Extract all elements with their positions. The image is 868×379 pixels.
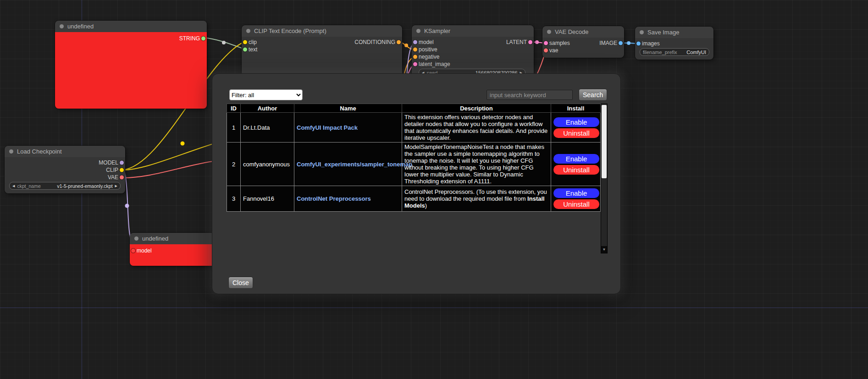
widget-name: filename_prefix (643, 49, 677, 55)
node-body-error: STRING (55, 32, 207, 109)
node-body-error: model (130, 244, 215, 266)
enable-button[interactable]: Enable (553, 117, 599, 127)
decrement-arrow-icon[interactable]: ◀ (12, 184, 15, 187)
node-title: CLIP Text Encode (Prompt) (254, 27, 326, 34)
model-slot-dot[interactable] (131, 249, 135, 253)
conditioning-slot-dot[interactable] (397, 40, 401, 44)
output-slot-model: MODEL (99, 159, 125, 166)
input-slot-positive: positive (412, 46, 437, 53)
close-button[interactable]: Close (228, 277, 253, 289)
cell-description: ControlNet Preprocessors. (To use this e… (402, 186, 551, 212)
widget-name: ckpt_name (17, 183, 40, 189)
input-slot-label: samples (549, 40, 570, 46)
input-slot-label: model (137, 247, 152, 254)
input-slot-label: images (642, 40, 660, 47)
node-title-bar[interactable]: KSampler (412, 25, 534, 37)
uninstall-button[interactable]: Uninstall (553, 199, 599, 209)
cell-description: This extension offers various detector n… (402, 113, 551, 143)
table-row: 2 comfyanonymous ComfyUI_experiments/sam… (227, 143, 601, 186)
ckpt-name-widget[interactable]: ◀ ckpt_name v1-5-pruned-emaonly.ckpt ▶ (9, 182, 121, 190)
link-midpoint-dot (535, 40, 539, 44)
node-title-bar[interactable]: Save Image (635, 27, 713, 38)
scroll-down-arrow-icon[interactable]: ▼ (601, 246, 607, 253)
link-midpoint-dot (222, 41, 226, 44)
widget-value: ComfyUI (686, 49, 706, 55)
node-load-checkpoint[interactable]: Load Checkpoint MODEL CLIP VAE ◀ ckpt_na… (5, 146, 125, 193)
filename-prefix-widget[interactable]: filename_prefix ComfyUI (640, 48, 709, 56)
node-collapse-dot-icon[interactable] (9, 149, 13, 154)
output-slot-label: LATENT (506, 39, 527, 45)
latent-slot-dot[interactable] (528, 40, 532, 44)
search-button[interactable]: Search (579, 89, 607, 101)
node-title: undefined (67, 23, 94, 30)
scrollbar-thumb[interactable] (602, 105, 607, 178)
model-slot-dot[interactable] (120, 161, 124, 165)
node-title-bar[interactable]: VAE Decode (542, 26, 624, 38)
search-input[interactable] (487, 90, 573, 100)
node-collapse-dot-icon[interactable] (416, 29, 420, 33)
cell-author: comfyanonymous (241, 143, 294, 186)
vae-slot-dot[interactable] (120, 176, 124, 180)
model-slot-dot[interactable] (413, 40, 417, 44)
node-collapse-dot-icon[interactable] (246, 29, 250, 33)
node-collapse-dot-icon[interactable] (60, 24, 64, 28)
enable-button[interactable]: Enable (553, 188, 599, 198)
header-description: Description (402, 104, 551, 113)
input-slot-model: model (130, 247, 152, 254)
table-scrollbar[interactable]: ▼ (601, 104, 608, 253)
header-id: ID (227, 104, 241, 113)
cell-author: Fannovel16 (241, 186, 294, 212)
node-collapse-dot-icon[interactable] (640, 30, 644, 34)
uninstall-button[interactable]: Uninstall (553, 165, 599, 175)
clip-slot-dot[interactable] (243, 40, 247, 44)
node-collapse-dot-icon[interactable] (134, 236, 138, 241)
conditioning-slot-dot[interactable] (413, 55, 417, 59)
cell-name: ComfyUI Impact Pack (294, 113, 402, 143)
node-title: KSampler (424, 27, 450, 34)
latent-slot-dot[interactable] (544, 41, 548, 45)
table-header-row: ID Author Name Description Install (227, 104, 601, 113)
node-title-bar[interactable]: undefined (55, 21, 207, 32)
extension-link[interactable]: ComfyUI_experiments/sampler_tonemap (297, 161, 412, 168)
output-slot-string: STRING (179, 35, 207, 42)
clip-slot-dot[interactable] (120, 168, 124, 172)
output-slot-label: IMAGE (599, 40, 617, 46)
enable-button[interactable]: Enable (553, 154, 599, 164)
node-title-bar[interactable]: undefined (130, 233, 215, 244)
output-slot-label: MODEL (99, 159, 118, 166)
increment-arrow-icon[interactable]: ▶ (115, 184, 117, 187)
vae-slot-dot[interactable] (544, 49, 548, 53)
cell-description: ModelSamplerTonemapNoiseTest a node that… (402, 143, 551, 186)
output-slot-latent: LATENT (506, 38, 534, 46)
uninstall-button[interactable]: Uninstall (553, 128, 599, 138)
node-vae-decode[interactable]: VAE Decode samples IMAGE vae (542, 26, 624, 58)
node-collapse-dot-icon[interactable] (547, 30, 551, 34)
image-slot-dot[interactable] (619, 41, 623, 45)
cell-install: Enable Uninstall (551, 186, 601, 212)
description-text: ) (425, 202, 427, 209)
node-title-bar[interactable]: CLIP Text Encode (Prompt) (242, 25, 402, 37)
node-undefined-top[interactable]: undefined STRING (55, 21, 207, 109)
output-slot-vae: VAE (108, 174, 125, 181)
filter-select[interactable]: Filter: all (229, 89, 303, 100)
input-slot-label: clip (249, 39, 257, 45)
extension-link[interactable]: ComfyUI Impact Pack (297, 124, 358, 131)
node-save-image[interactable]: Save Image images filename_prefix ComfyU… (635, 27, 713, 60)
widget-value: v1-5-pruned-emaonly.ckpt (57, 183, 112, 189)
input-slot-model: model (412, 38, 434, 46)
conditioning-slot-dot[interactable] (413, 48, 417, 52)
cell-name: ComfyUI_experiments/sampler_tonemap (294, 143, 402, 186)
input-slot-vae: vae (542, 47, 558, 54)
image-slot-dot[interactable] (636, 42, 641, 46)
cell-author: Dr.Lt.Data (241, 113, 294, 143)
latent-slot-dot[interactable] (413, 62, 417, 66)
input-slot-label: negative (419, 54, 439, 60)
input-slot-label: latent_image (419, 61, 450, 67)
string-slot-dot[interactable] (201, 37, 205, 41)
node-title-bar[interactable]: Load Checkpoint (5, 146, 125, 157)
extension-link[interactable]: ControlNet Preprocessors (297, 195, 371, 202)
string-slot-dot[interactable] (243, 48, 247, 52)
node-undefined-bottom[interactable]: undefined model (130, 233, 215, 266)
node-body: images filename_prefix ComfyUI (635, 38, 713, 60)
output-slot-clip: CLIP (106, 166, 125, 174)
